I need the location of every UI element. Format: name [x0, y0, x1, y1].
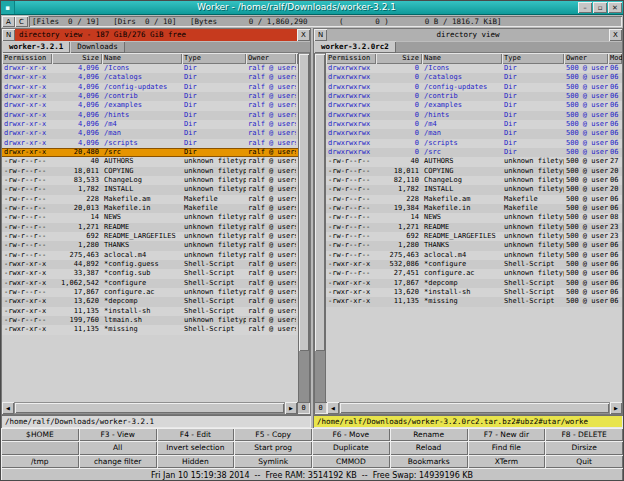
cmd-button-hidden[interactable]: Hidden: [157, 455, 235, 468]
file-row[interactable]: -rw-r--r--199,760ltmain.shunknown filety…: [2, 316, 298, 325]
left-hscroll-thumb[interactable]: [15, 403, 284, 413]
left-close-tab-button[interactable]: X: [297, 29, 310, 41]
file-row[interactable]: drwxr-xr-x4,096/catalogsDirralf @ users: [2, 73, 298, 82]
bank-a-button[interactable]: A: [2, 16, 15, 27]
file-row[interactable]: drwxrwxrwx0/config-updatesDir500 @ users…: [326, 83, 622, 92]
file-row[interactable]: drwxr-xr-x4,096/examplesDirralf @ users: [2, 101, 298, 110]
tab-downloads[interactable]: Downloads: [70, 41, 125, 53]
cmd-button-invert-selection[interactable]: Invert selection: [157, 441, 235, 454]
file-row[interactable]: -rw-r--r--20,013Makefile.inMakefileralf …: [2, 204, 298, 213]
file-row[interactable]: drwxr-xr-x4,096/IconsDirralf @ users: [2, 64, 298, 73]
cmd-button-f3-view[interactable]: F3 - View: [79, 428, 157, 441]
file-row[interactable]: -rw-r--r--40AUTHORSunknown filetyperalf …: [2, 157, 298, 166]
file-row[interactable]: -rwxr-xr-x11,135*missingShell-Scriptralf…: [2, 325, 298, 334]
col-owner[interactable]: Owner: [246, 53, 296, 64]
close-icon[interactable]: ✕: [608, 2, 622, 13]
tab-worker-3-2-0rc2[interactable]: worker-3.2.0rc2: [314, 41, 396, 53]
tab-worker-3-2-1[interactable]: worker-3.2.1: [2, 41, 70, 53]
cmd-button-rename[interactable]: Rename: [390, 428, 468, 441]
file-row[interactable]: drwxrwxrwx0/contribDir500 @ users06 N: [326, 92, 622, 101]
file-row[interactable]: drwxr-xr-x20,480/srcDirralf @ users: [2, 148, 298, 157]
cmd-button-f5-copy[interactable]: F5 - Copy: [234, 428, 312, 441]
col-owner[interactable]: Owner: [564, 53, 608, 64]
file-row[interactable]: -rwxr-xr-x17,867*depcompShell-Script500 …: [326, 279, 622, 288]
cmd-button-all[interactable]: All: [79, 441, 157, 454]
right-hscroll-thumb[interactable]: [340, 403, 609, 413]
cmd-button-xterm[interactable]: XTerm: [468, 455, 546, 468]
file-row[interactable]: -rw-r--r--1,271READMEunknown filetyperal…: [2, 223, 298, 232]
file-row[interactable]: -rw-r--r--228Makefile.amMakefileralf @ u…: [2, 195, 298, 204]
cmd-button-quit[interactable]: Quit: [545, 455, 623, 468]
col-size[interactable]: Size: [376, 53, 422, 64]
cmd-button-f4-edit[interactable]: F4 - Edit: [157, 428, 235, 441]
file-row[interactable]: -rw-r--r--18,011COPYINGunknown filetyper…: [2, 167, 298, 176]
col-size[interactable]: Size: [52, 53, 102, 64]
cmd-button-f7-new-dir[interactable]: F7 - New dir: [468, 428, 546, 441]
file-row[interactable]: -rw-r--r--27,451configure.acunknown file…: [326, 269, 622, 278]
cmd-button-start-prog[interactable]: Start prog: [234, 441, 312, 454]
window-menu-icon[interactable]: ▪: [1, 1, 15, 14]
right-vertical-scrollbar[interactable]: [314, 53, 326, 402]
left-vertical-scrollbar[interactable]: [298, 53, 310, 402]
cmd-button-home[interactable]: $HOME: [1, 428, 79, 441]
file-row[interactable]: -rw-r--r--19,384Makefile.inMakefile500 @…: [326, 204, 622, 213]
file-row[interactable]: -rwxr-xr-x532,086*configureShell-Script5…: [326, 260, 622, 269]
file-row[interactable]: -rw-r--r--17,867configure.acunknown file…: [2, 288, 298, 297]
right-mode-button[interactable]: N: [314, 29, 327, 41]
file-row[interactable]: -rw-r--r--40AUTHORSunknown filetype500 @…: [326, 157, 622, 166]
col-permission[interactable]: Permission: [2, 53, 52, 64]
file-row[interactable]: drwxrwxrwx0/IconsDir500 @ users06 N: [326, 64, 622, 73]
left-mode-button[interactable]: N: [2, 29, 15, 41]
file-row[interactable]: drwxrwxrwx0/catalogsDir500 @ users06 N: [326, 73, 622, 82]
file-row[interactable]: -rwxr-xr-x11,135*install-shShell-Scriptr…: [2, 307, 298, 316]
cmd-button-cmmod[interactable]: CMMOD: [312, 455, 390, 468]
cmd-button-f8-delete[interactable]: F8 - DELETE: [545, 428, 623, 441]
file-row[interactable]: drwxr-xr-x4,096/config-updatesDirralf @ …: [2, 83, 298, 92]
file-row[interactable]: -rw-r--r--18,011COPYINGunknown filetype5…: [326, 167, 622, 176]
right-scroll-left-icon[interactable]: ◀: [327, 402, 339, 414]
file-row[interactable]: -rw-r--r--228Makefile.amMakefile500 @ us…: [326, 195, 622, 204]
file-row[interactable]: -rwxr-xr-x33,387*config.subShell-Scriptr…: [2, 269, 298, 278]
maximize-icon[interactable]: ▫: [593, 2, 607, 13]
file-row[interactable]: -rw-r--r--692README_LARGEFILESunknown fi…: [2, 232, 298, 241]
right-path-field[interactable]: /home/ralf/Downloads/worker-3.2.0rc2.tar…: [313, 415, 623, 428]
file-row[interactable]: -rwxr-xr-x13,620*depcompShell-Scriptralf…: [2, 297, 298, 306]
right-vscroll-thumb[interactable]: [315, 54, 325, 351]
col-name[interactable]: Name: [102, 53, 182, 64]
file-row[interactable]: -rw-r--r--1,271READMEunknown filetype500…: [326, 223, 622, 232]
col-type[interactable]: Type: [502, 53, 564, 64]
file-row[interactable]: drwxrwxrwx0/hintsDir500 @ users06 N: [326, 111, 622, 120]
file-row[interactable]: -rw-r--r--1,782INSTALLunknown filetypera…: [2, 185, 298, 194]
right-close-tab-button[interactable]: X: [609, 29, 622, 41]
file-row[interactable]: drwxrwxrwx0/scriptsDir500 @ users06 N: [326, 139, 622, 148]
file-row[interactable]: -rw-r--r--82,110ChangeLogunknown filetyp…: [326, 176, 622, 185]
file-row[interactable]: -rw-r--r--275,463aclocal.m4unknown filet…: [2, 251, 298, 260]
cmd-button-symlink[interactable]: Symlink: [234, 455, 312, 468]
file-row[interactable]: -rw-r--r--275,463aclocal.m4unknown filet…: [326, 251, 622, 260]
col-modif[interactable]: Modif: [608, 53, 622, 64]
left-horizontal-scrollbar[interactable]: [14, 402, 285, 414]
bank-c-button[interactable]: C: [15, 16, 28, 27]
file-row[interactable]: drwxr-xr-x4,096/contribDirralf @ users: [2, 92, 298, 101]
file-row[interactable]: -rw-r--r--1,280THANKSunknown filetype500…: [326, 241, 622, 250]
cmd-button-bookmarks[interactable]: Bookmarks: [390, 455, 468, 468]
left-path-field[interactable]: /home/ralf/Downloads/worker-3.2.1: [1, 415, 311, 428]
file-row[interactable]: -rwxr-xr-x1,062,542*configureShell-Scrip…: [2, 279, 298, 288]
file-row[interactable]: -rwxr-xr-x13,620*install-shShell-Script5…: [326, 288, 622, 297]
left-scroll-right-icon[interactable]: ▶: [285, 402, 297, 414]
minimize-icon[interactable]: –: [578, 2, 592, 13]
file-row[interactable]: drwxr-xr-x4,096/m4Dirralf @ users: [2, 120, 298, 129]
file-row[interactable]: -rw-r--r--83,533ChangeLogunknown filetyp…: [2, 176, 298, 185]
file-row[interactable]: -rw-r--r--14NEWSunknown filetype500 @ us…: [326, 213, 622, 222]
file-row[interactable]: drwxrwxrwx0/srcDir500 @ users06 N: [326, 148, 622, 157]
col-type[interactable]: Type: [182, 53, 246, 64]
right-scroll-right-icon[interactable]: ▶: [610, 402, 622, 414]
file-row[interactable]: -rw-r--r--692README_LARGEFILESunknown fi…: [326, 232, 622, 241]
cmd-button-tmp[interactable]: /tmp: [1, 455, 79, 468]
file-row[interactable]: -rwxr-xr-x44,892*config.guessShell-Scrip…: [2, 260, 298, 269]
file-row[interactable]: drwxrwxrwx0/manDir500 @ users06 N: [326, 129, 622, 138]
file-row[interactable]: -rw-r--r--1,782INSTALLunknown filetype50…: [326, 185, 622, 194]
left-vscroll-thumb[interactable]: [299, 54, 309, 351]
col-name[interactable]: Name: [422, 53, 502, 64]
file-row[interactable]: drwxrwxrwx0/examplesDir500 @ users06 N: [326, 101, 622, 110]
